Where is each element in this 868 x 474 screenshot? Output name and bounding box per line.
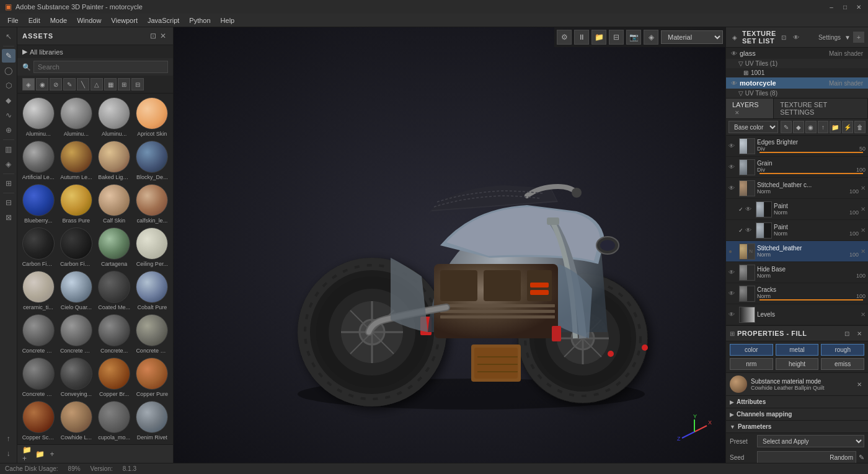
layer-grain[interactable]: 👁 Grain Div 100 xyxy=(726,157,868,178)
texture-set-eye-button[interactable]: 👁 xyxy=(791,32,801,42)
asset-item-27[interactable]: Copper Pure xyxy=(134,356,170,398)
layers-tab-close[interactable]: ✕ xyxy=(735,110,740,116)
assets-add[interactable]: + xyxy=(47,449,57,459)
pause-button[interactable]: ⏸ xyxy=(574,30,589,45)
menu-item-help[interactable]: Help xyxy=(216,15,240,25)
channel-emiss-btn[interactable]: emiss xyxy=(821,358,864,370)
material-mode-select[interactable]: Material xyxy=(661,30,723,44)
tool-import[interactable]: ↑ xyxy=(2,432,16,445)
layer-eye-stitched[interactable]: ● xyxy=(728,248,737,255)
asset-filter-smart[interactable]: ◉ xyxy=(36,78,48,90)
asset-item-28[interactable]: Copper Scr... xyxy=(20,400,56,442)
asset-item-4[interactable]: Artificial Le... xyxy=(20,139,56,182)
channel-rough-btn[interactable]: rough xyxy=(821,344,864,356)
asset-item-11[interactable]: calfskin_le... xyxy=(134,183,170,225)
layer-eye-cracks[interactable]: 👁 xyxy=(728,290,737,297)
asset-item-7[interactable]: Blocky_De... xyxy=(134,139,170,182)
asset-item-18[interactable]: Coated Me... xyxy=(96,270,133,312)
layer-cracks[interactable]: 👁 Cracks Norm 100 xyxy=(726,283,868,304)
channel-height-btn[interactable]: height xyxy=(776,358,819,370)
asset-filter-brush[interactable]: ⊘ xyxy=(50,78,62,90)
asset-item-14[interactable]: Cartagena xyxy=(96,226,133,268)
add-effect[interactable]: ⚡ xyxy=(842,121,853,133)
asset-item-8[interactable]: Blueberry... xyxy=(20,183,56,225)
channels-mapping-section[interactable]: ▶ Channels mapping xyxy=(726,408,868,421)
minimize-button[interactable]: – xyxy=(827,2,836,11)
assets-maximize-button[interactable]: ⊡ xyxy=(148,31,158,41)
tool-fill[interactable]: ◆ xyxy=(2,94,16,107)
asset-item-22[interactable]: Concrete... xyxy=(96,313,133,355)
layer-close-stitched-group[interactable]: ✕ xyxy=(861,185,866,191)
menu-item-window[interactable]: Window xyxy=(72,15,106,25)
close-button[interactable]: ✕ xyxy=(854,2,863,11)
layer-eye-grain[interactable]: 👁 xyxy=(728,164,737,170)
search-input[interactable] xyxy=(33,61,168,73)
tool-uv[interactable]: ⊠ xyxy=(2,211,16,224)
tab-texture-set-settings[interactable]: TEXTURE SET SETTINGS xyxy=(774,99,868,118)
layer-close-levels[interactable]: ✕ xyxy=(861,311,866,318)
seed-edit-btn[interactable]: ✎ xyxy=(859,454,864,462)
properties-close[interactable]: ✕ xyxy=(854,328,864,338)
preset-select[interactable]: Select and Apply xyxy=(757,435,864,447)
asset-item-25[interactable]: Conveying... xyxy=(58,356,94,398)
attributes-section[interactable]: ▶ Attributes xyxy=(726,396,868,408)
substance-remove-btn[interactable]: ✕ xyxy=(854,379,864,389)
layer-eye-levels[interactable]: 👁 xyxy=(728,311,737,318)
layer-edges-brighter[interactable]: 👁 Edges Brighter Div 50 xyxy=(726,136,868,157)
asset-item-5[interactable]: Autumn Le... xyxy=(58,139,94,182)
assets-close-button[interactable]: ✕ xyxy=(158,31,168,41)
layer-close-stitched[interactable]: ✕ xyxy=(861,248,866,255)
asset-item-6[interactable]: Baked Ligh... xyxy=(96,139,133,182)
asset-item-26[interactable]: Copper Br... xyxy=(96,356,133,398)
asset-item-0[interactable]: Aluminu... xyxy=(20,96,56,138)
asset-view-grid[interactable]: ⊟ xyxy=(131,78,144,90)
asset-item-16[interactable]: ceramic_ti... xyxy=(20,270,56,312)
properties-expand[interactable]: ⊡ xyxy=(842,328,852,338)
asset-item-15[interactable]: Ceiling Per... xyxy=(134,226,170,268)
layer-eye-paint-2[interactable]: 👁 xyxy=(745,227,754,234)
layer-eye-edges[interactable]: 👁 xyxy=(728,143,737,149)
asset-item-10[interactable]: Calf Skin xyxy=(96,183,133,225)
layer-stitched-group[interactable]: 👁 Stitched_leather c... Norm 100 ✕ xyxy=(726,178,868,199)
channel-color-btn[interactable]: color xyxy=(730,344,773,356)
asset-item-9[interactable]: Brass Pure xyxy=(58,183,94,225)
menu-item-edit[interactable]: Edit xyxy=(24,15,45,25)
motorcycle-visibility-icon[interactable]: 👁 xyxy=(731,80,737,87)
asset-item-17[interactable]: Cielo Quar... xyxy=(58,270,94,312)
assets-add-folder[interactable]: 📁+ xyxy=(22,449,32,459)
asset-filter-texture[interactable]: ▦ xyxy=(104,78,117,90)
parameters-section[interactable]: ▼ Parameters xyxy=(726,421,868,433)
texture-set-expand-button[interactable]: ⊡ xyxy=(779,32,789,42)
asset-item-30[interactable]: cupola_mo... xyxy=(96,400,133,442)
tool-clone[interactable]: ⊕ xyxy=(2,123,16,137)
layer-close-paint-2[interactable]: ✕ xyxy=(861,227,866,234)
layer-eye-hide-base[interactable]: 👁 xyxy=(728,269,737,276)
tool-measure[interactable]: ⊞ xyxy=(2,177,16,190)
menu-item-python[interactable]: Python xyxy=(184,15,215,25)
layer-paint-2[interactable]: ✓ 👁 Paint Norm 100 ✕ xyxy=(726,220,868,241)
delete-layer[interactable]: 🗑 xyxy=(854,121,866,133)
asset-item-21[interactable]: Concrete C... xyxy=(58,313,94,355)
channel-nrm-btn[interactable]: nrm xyxy=(730,358,773,370)
layer-eye-stitched-group[interactable]: 👁 xyxy=(728,185,737,191)
add-fill-layer[interactable]: ◆ xyxy=(793,121,804,133)
menu-item-viewport[interactable]: Viewport xyxy=(106,15,143,25)
layer-stitched-leather[interactable]: ● N Stitched_leather Norm 100 ✕ xyxy=(726,241,868,262)
layer-paint-1[interactable]: ✓ 👁 Paint Norm 100 ✕ xyxy=(726,199,868,220)
tool-material-picker[interactable]: ◈ xyxy=(2,157,16,171)
texture-set-glass[interactable]: 👁 glass Main shader xyxy=(726,48,868,59)
asset-item-3[interactable]: Apricot Skin xyxy=(134,96,170,138)
assets-new-folder[interactable]: 📁 xyxy=(35,449,45,459)
asset-filter-particle[interactable]: ✎ xyxy=(63,78,76,90)
layer-close-paint-1[interactable]: ✕ xyxy=(861,206,866,213)
glass-uv-1001[interactable]: ⊞ 1001 xyxy=(726,68,868,77)
menu-item-file[interactable]: File xyxy=(2,15,24,25)
create-group[interactable]: 📁 xyxy=(830,121,841,133)
add-paint-layer[interactable]: ✎ xyxy=(781,121,792,133)
asset-item-13[interactable]: Carbon Fib... xyxy=(58,226,94,268)
tool-erase[interactable]: ◯ xyxy=(2,64,16,77)
asset-item-1[interactable]: Aluminu... xyxy=(58,96,94,138)
asset-item-23[interactable]: Concrete S... xyxy=(134,313,170,355)
add-mask[interactable]: ◉ xyxy=(805,121,817,133)
asset-item-29[interactable]: Cowhide L... xyxy=(58,400,94,442)
